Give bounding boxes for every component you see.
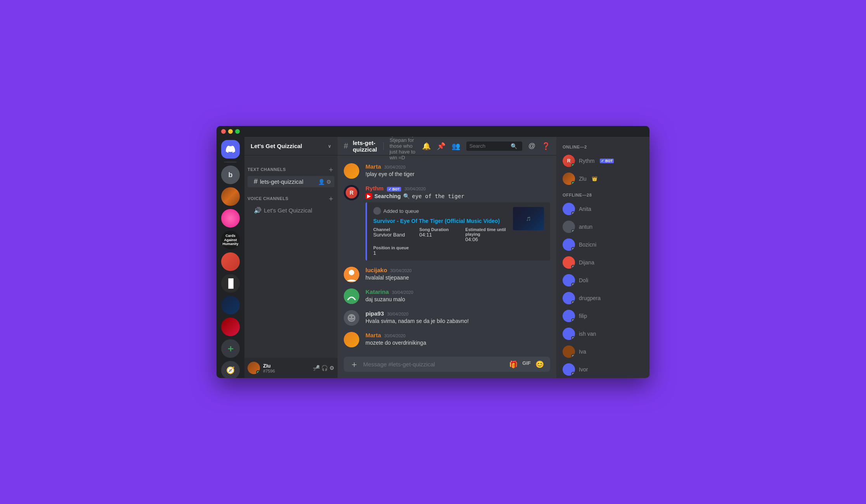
member-item[interactable]: antun: [559, 218, 646, 235]
member-item[interactable]: ish van: [559, 325, 646, 342]
channel-list: TEXT CHANNELS ＋ # lets-get-quizzical 👤 ⚙…: [244, 155, 338, 358]
bell-icon[interactable]: 🔔: [422, 142, 431, 150]
message-input[interactable]: [363, 357, 504, 372]
message-content: lucijako 30/04/2020 hvalalal stjepaane: [365, 267, 550, 282]
channel-header-name: lets-get-quizzical: [353, 140, 377, 153]
message-header: Rythm ✓ BOT 30/04/2020: [365, 185, 550, 192]
searching-text: Searching: [374, 193, 401, 199]
user-name: Zlu: [263, 363, 310, 369]
message-username: lucijako: [365, 267, 387, 273]
member-status-dot: [571, 283, 575, 287]
avatar: [563, 173, 575, 185]
speaker-icon: 🔊: [254, 207, 262, 214]
embed-duration-label: Song Duration: [419, 227, 462, 232]
server-icon-pink[interactable]: [221, 209, 240, 228]
avatar: [563, 203, 575, 215]
server-icon-food[interactable]: [221, 252, 240, 271]
message-header: Marta 30/04/2020: [365, 332, 550, 338]
app-body: b Cards Against Humanity ▐▌ ＋ 🧭: [216, 137, 650, 378]
voice-channel-item[interactable]: 🔊 Let's Get Quizzical: [248, 205, 334, 216]
member-item[interactable]: Dijana: [559, 254, 646, 271]
settings-icon[interactable]: ⚙: [329, 365, 334, 371]
member-name: Dijana: [579, 259, 594, 266]
avatar: [563, 221, 575, 233]
member-item[interactable]: Iva: [559, 343, 646, 360]
member-item[interactable]: Zlu 👑: [559, 170, 646, 187]
member-item[interactable]: drugpera: [559, 290, 646, 307]
gif-icon[interactable]: GIF: [522, 360, 531, 369]
member-status-dot: [571, 372, 575, 376]
message-group: Marta 30/04/2020 mozete do overdriniking…: [344, 330, 550, 349]
member-name: Rythm: [579, 158, 594, 164]
message-timestamp: 30/04/2020: [387, 312, 409, 316]
add-text-channel-button[interactable]: ＋: [327, 165, 334, 174]
svg-point-4: [349, 316, 351, 318]
deafen-icon[interactable]: 🎧: [321, 365, 328, 371]
member-name: Anita: [579, 206, 591, 212]
server-icon-space[interactable]: [221, 296, 240, 314]
attach-button[interactable]: ＋: [350, 359, 359, 370]
add-voice-channel-button[interactable]: ＋: [327, 194, 334, 203]
server-icon-warrior[interactable]: [221, 318, 240, 336]
text-channels-label: TEXT CHANNELS: [248, 167, 286, 172]
channel-item-lets-get-quizzical[interactable]: # lets-get-quizzical 👤 ⚙: [248, 176, 334, 187]
avatar: [344, 310, 359, 326]
server-list: b Cards Against Humanity ▐▌ ＋ 🧭: [216, 137, 244, 378]
member-item[interactable]: Doli: [559, 272, 646, 289]
member-status-dot: [571, 265, 575, 269]
embed-content: Added to queue Survivor - Eye Of The Tig…: [373, 207, 508, 256]
member-status-dot: [571, 163, 575, 167]
search-input[interactable]: [469, 143, 508, 149]
server-header[interactable]: Let's Get Quizzical ∨: [244, 137, 338, 155]
message-header: pipa93 30/04/2020: [365, 310, 550, 317]
mute-icon[interactable]: 🎤: [313, 365, 320, 371]
server-divider: [224, 162, 237, 162]
server-icon-cards[interactable]: Cards Against Humanity: [221, 231, 240, 249]
member-item[interactable]: Bozicni: [559, 236, 646, 253]
maximize-button[interactable]: [235, 129, 240, 134]
members-icon[interactable]: 👥: [452, 142, 460, 150]
avatar: [344, 288, 359, 304]
channel-header-hash-icon: #: [344, 142, 348, 150]
at-icon[interactable]: @: [528, 142, 535, 150]
embed-field-duration: Song Duration 04:11: [419, 227, 462, 242]
magnifier-icon: 🔍: [403, 193, 410, 199]
pin-icon[interactable]: 📌: [437, 142, 445, 150]
user-panel: Zlu #7596 🎤 🎧 ⚙: [244, 358, 338, 378]
message-header: Katarina 30/04/2020: [365, 288, 550, 295]
embed-field-channel: Channel Survivor Band: [373, 227, 416, 242]
gift-icon[interactable]: 🎁: [509, 360, 518, 369]
title-bar: [216, 126, 650, 137]
add-server-button[interactable]: ＋: [221, 339, 240, 358]
discover-button[interactable]: 🧭: [221, 361, 240, 378]
server-icon-trivia[interactable]: ▐▌: [221, 274, 240, 293]
message-username: Katarina: [365, 288, 389, 295]
member-status-dot: [571, 318, 575, 322]
avatar: [344, 267, 359, 282]
close-button[interactable]: [221, 129, 226, 134]
message-text: mozete do overdrinikinga: [365, 339, 550, 347]
message-content: pipa93 30/04/2020 Hvala svima, nadam se …: [365, 310, 550, 326]
voice-channels-category: VOICE CHANNELS ＋: [244, 188, 338, 205]
embed-song-title[interactable]: Survivor - Eye Of The Tiger (Official Mu…: [373, 218, 508, 224]
user-avatar: [248, 362, 260, 374]
server-icon-discord[interactable]: [221, 140, 240, 159]
server-icon-city[interactable]: [221, 187, 240, 206]
minimize-button[interactable]: [228, 129, 233, 134]
avatar: [563, 328, 575, 340]
member-item[interactable]: Anita: [559, 200, 646, 217]
user-tag: #7596: [263, 369, 310, 373]
search-bar[interactable]: 🔍: [466, 142, 522, 151]
member-item[interactable]: Ivor: [559, 361, 646, 378]
help-icon[interactable]: ❓: [542, 142, 550, 150]
user-status-dot: [256, 370, 260, 374]
member-name: Iva: [579, 349, 586, 355]
add-member-icon[interactable]: 👤: [318, 179, 325, 185]
main-content: # lets-get-quizzical Quizzes by Stjepan …: [338, 137, 556, 378]
member-item[interactable]: filip: [559, 307, 646, 324]
settings-icon[interactable]: ⚙: [326, 179, 331, 185]
server-icon-b[interactable]: b: [221, 166, 240, 184]
emoji-icon[interactable]: 😊: [535, 360, 544, 369]
member-status-dot: [571, 354, 575, 358]
member-item[interactable]: R Rythm ✓ BOT: [559, 152, 646, 169]
